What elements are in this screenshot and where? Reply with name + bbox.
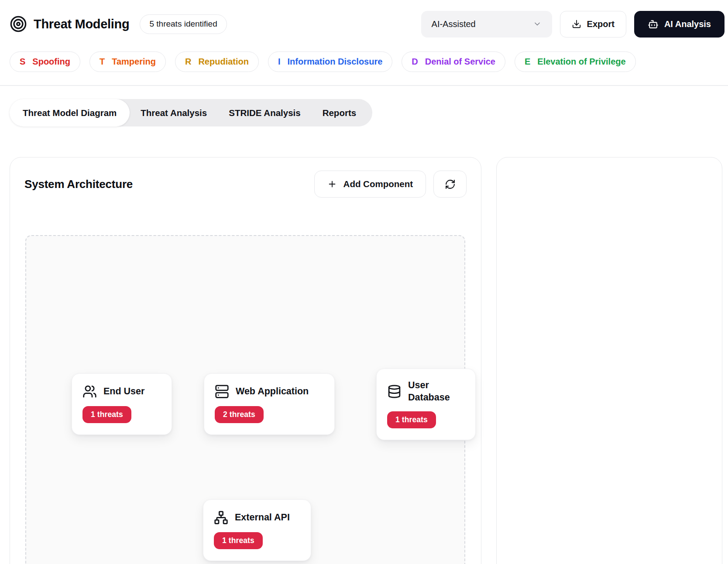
network-icon xyxy=(214,510,228,525)
threat-modeling-app: Threat Modeling 5 threats identified AI-… xyxy=(0,0,728,564)
stride-badge: D Denial of Service xyxy=(402,51,505,72)
target-icon xyxy=(10,15,27,33)
bot-icon xyxy=(648,19,659,30)
component-external-api[interactable]: External API 1 threats xyxy=(203,499,311,561)
header: Threat Modeling 5 threats identified AI-… xyxy=(10,10,725,38)
refresh-icon xyxy=(445,179,456,190)
tab-reports[interactable]: Reports xyxy=(312,99,367,126)
stride-label: Information Disclosure xyxy=(288,57,383,67)
header-actions: AI-Assisted Export AI Analysis xyxy=(421,11,725,38)
tab-threat-analysis[interactable]: Threat Analysis xyxy=(130,99,218,126)
stride-badge: T Tampering xyxy=(89,51,166,72)
stride-legend: S Spoofing T Tampering R Repudiation I I… xyxy=(10,51,636,72)
threat-count-badge: 2 threats xyxy=(215,406,264,423)
refresh-button[interactable] xyxy=(433,171,467,198)
server-icon xyxy=(215,384,229,399)
stride-badge: I Information Disclosure xyxy=(268,51,392,72)
system-architecture-header: System Architecture Add Component xyxy=(24,171,467,198)
stride-badge: S Spoofing xyxy=(10,51,80,72)
stride-label: Elevation of Privilege xyxy=(537,57,625,67)
stride-letter: D xyxy=(412,57,418,67)
component-web-application[interactable]: Web Application 2 threats xyxy=(204,373,335,435)
component-title-row: User Database xyxy=(387,379,465,404)
component-title-row: End User xyxy=(82,384,161,399)
download-icon xyxy=(572,19,581,29)
mode-select[interactable]: AI-Assisted xyxy=(421,11,552,38)
panel-actions: Add Component xyxy=(314,171,467,198)
database-icon xyxy=(387,384,402,399)
component-title-row: Web Application xyxy=(215,384,324,399)
export-button[interactable]: Export xyxy=(560,11,626,38)
stride-label: Spoofing xyxy=(32,57,70,67)
threat-count-badge: 1 threats xyxy=(214,532,263,549)
stride-letter: R xyxy=(185,57,191,67)
tab-threat-model-diagram[interactable]: Threat Model Diagram xyxy=(10,99,130,126)
export-label: Export xyxy=(587,19,615,29)
component-title-row: External API xyxy=(214,510,300,525)
stride-letter: S xyxy=(20,57,25,67)
page-title: Threat Modeling xyxy=(34,17,129,31)
component-name: User Database xyxy=(408,379,465,404)
add-component-button[interactable]: Add Component xyxy=(314,171,426,198)
stride-letter: T xyxy=(100,57,105,67)
users-icon xyxy=(82,384,97,399)
stride-label: Tampering xyxy=(112,57,156,67)
chevron-down-icon xyxy=(533,20,542,28)
component-name: Web Application xyxy=(236,386,309,398)
diagram-canvas: End User 1 threats Web Application 2 thr… xyxy=(25,235,465,564)
threat-count-badge: 1 threats xyxy=(82,406,131,423)
panel-title: System Architecture xyxy=(24,178,133,191)
add-component-label: Add Component xyxy=(343,179,413,189)
stride-label: Repudiation xyxy=(198,57,249,67)
system-architecture-panel: System Architecture Add Component xyxy=(10,157,481,564)
header-divider xyxy=(0,85,728,86)
component-user-database[interactable]: User Database 1 threats xyxy=(376,369,476,440)
details-panel xyxy=(496,157,722,564)
component-name: External API xyxy=(235,512,290,524)
plus-icon xyxy=(327,179,337,189)
stride-badge: E Elevation of Privilege xyxy=(515,51,636,72)
mode-select-value: AI-Assisted xyxy=(432,19,476,29)
stride-letter: I xyxy=(278,57,281,67)
component-name: End User xyxy=(103,386,144,398)
component-end-user[interactable]: End User 1 threats xyxy=(72,373,172,435)
threat-count-badge: 1 threats xyxy=(387,411,436,428)
stride-letter: E xyxy=(525,57,530,67)
tab-bar: Threat Model Diagram Threat Analysis STR… xyxy=(10,99,372,126)
stride-label: Denial of Service xyxy=(425,57,495,67)
threats-identified-badge: 5 threats identified xyxy=(140,14,227,34)
ai-analysis-button[interactable]: AI Analysis xyxy=(634,11,725,38)
ai-analysis-label: AI Analysis xyxy=(664,19,711,29)
tab-stride-analysis[interactable]: STRIDE Analysis xyxy=(218,99,311,126)
stride-badge: R Repudiation xyxy=(175,51,259,72)
